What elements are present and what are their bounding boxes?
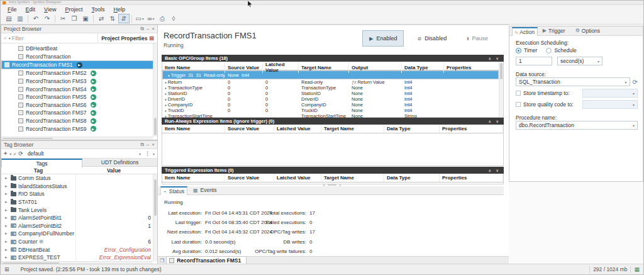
project-tree-item[interactable]: RecordTransaction FMS2▶ — [1, 69, 157, 77]
column-header[interactable]: Item Name — [162, 125, 225, 133]
paste-icon[interactable]: ▣ — [80, 14, 91, 23]
tag-row[interactable]: ▸AlarmSetPointBit10 — [1, 214, 157, 222]
column-header[interactable]: Source Value — [225, 125, 274, 133]
close-icon[interactable]: × — [152, 26, 155, 32]
comm-read-icon[interactable]: ⇅ — [107, 14, 118, 23]
column-header[interactable]: Data Type — [384, 125, 440, 133]
project-tree-scrollbar[interactable] — [153, 43, 157, 137]
store-timestamp-select[interactable]: ▾ — [582, 89, 638, 98]
column-header[interactable]: Item Name — [162, 62, 225, 73]
menu-project[interactable]: Project — [60, 6, 87, 13]
column-header[interactable]: Target Name — [321, 125, 384, 133]
tag-row[interactable]: ▸Counter▦6 — [1, 238, 157, 246]
preview-mode-icon[interactable]: ▭▾ — [134, 14, 145, 23]
column-header[interactable]: Properties — [440, 125, 503, 133]
project-tree-item[interactable]: RecordTransaction FMS9▶ — [1, 125, 157, 133]
column-header[interactable]: Source Value — [225, 62, 263, 73]
timer-unit-select[interactable]: second(s) ▾ — [557, 57, 602, 65]
data-source-select[interactable]: SQL_Transaction ▾ — [516, 77, 630, 86]
menu-file[interactable]: File — [3, 6, 21, 13]
undo-icon[interactable]: ↶ — [30, 14, 42, 23]
copy-icon[interactable]: ❐ — [69, 14, 80, 23]
find-replace-icon[interactable]: ⇄ — [96, 14, 107, 23]
project-tree-hscrollbar[interactable] — [1, 137, 153, 140]
expand-icon[interactable]: ▸ — [5, 215, 9, 220]
triggered-header[interactable]: Triggered Expression Items (0) ∧ ∨ — [162, 167, 504, 174]
expand-icon[interactable]: ▸ — [5, 223, 9, 228]
expand-icon[interactable]: ▸ — [5, 231, 9, 236]
print-icon[interactable]: ⎙ — [157, 14, 168, 23]
column-header[interactable]: Output — [349, 62, 402, 73]
schedule-radio[interactable]: Schedule — [546, 47, 576, 53]
refresh-icon[interactable]: ⟳ — [633, 79, 638, 86]
refresh-icon[interactable]: ⟳ — [18, 150, 23, 157]
procedure-name-select[interactable]: dbo.RecordTransaction ▾ — [516, 121, 638, 130]
expand-icon[interactable]: ▸ — [5, 208, 9, 213]
expand-icon[interactable]: ▸ — [5, 239, 9, 244]
collapse-chevrons-icon[interactable]: ∧ ∨ — [489, 119, 501, 123]
save-icon[interactable]: ▤ — [3, 14, 14, 23]
project-tree-item[interactable]: DBHeartBeat — [1, 45, 157, 53]
column-header[interactable]: Source Value — [225, 174, 274, 182]
save-all-icon[interactable]: ▥ — [14, 14, 26, 23]
column-header[interactable]: Latched Value — [274, 125, 321, 133]
tag-row[interactable]: ▸CompanyIDFullNumber — [1, 230, 157, 238]
menu-edit[interactable]: Edit — [21, 6, 40, 13]
project-tree-item[interactable]: RecordTransaction FMS3▶ — [1, 77, 157, 86]
disabled-button[interactable]: ⊘ Disabled — [410, 30, 453, 47]
project-tree-item[interactable]: RecordTransaction FMS1▶ — [1, 60, 157, 69]
column-header[interactable]: Data Type — [384, 174, 440, 182]
menu-view[interactable]: View — [40, 6, 60, 13]
run-always-header[interactable]: Run-Always Expression Items (ignore trig… — [162, 118, 504, 125]
tab-events[interactable]: ▦Events — [187, 186, 223, 194]
column-header[interactable]: Item Name — [162, 174, 225, 182]
tag-row[interactable]: ▸AlarmSetPointBit21 — [1, 222, 157, 230]
memory-usage[interactable]: 292 / 1024 mb — [593, 266, 627, 272]
tag-menu-caret-icon[interactable]: ▾ — [153, 152, 155, 156]
item-row[interactable]: ⬧CompanyID00CompanyIDNoneInt4 — [162, 102, 499, 108]
tab-tags[interactable]: Tags — [1, 159, 82, 167]
tag-row[interactable]: ▸IslandStationsStatus — [1, 182, 157, 191]
grid-icon[interactable]: ⊞ — [4, 266, 9, 272]
column-header[interactable]: Target Name — [299, 62, 349, 73]
close-icon[interactable]: × — [152, 142, 155, 148]
tag-row[interactable]: ▸EXPRESS_TESTError_ExpressionEval — [1, 254, 157, 262]
links-icon[interactable]: ∞▾ — [145, 14, 157, 23]
menu-tools[interactable]: Tools — [87, 6, 109, 13]
expand-icon[interactable]: ▸ — [5, 247, 9, 252]
tag-row[interactable]: ▸Tank Levels — [1, 206, 157, 214]
project-properties-button[interactable]: Project Properties ▤ — [97, 33, 157, 43]
project-tree-item[interactable]: RecordTransaction — [1, 53, 157, 61]
store-quality-checkbox[interactable] — [516, 102, 521, 107]
add-tag-icon[interactable]: + — [4, 150, 7, 157]
add-tag-caret-icon[interactable]: ▾ — [9, 152, 11, 156]
column-header[interactable]: Latched Value — [274, 174, 321, 182]
timer-value-input[interactable]: 1 — [516, 57, 552, 65]
expand-icon[interactable]: ▸ — [5, 176, 9, 181]
item-row[interactable]: ⬧Return00Read-onlyƒxReturn ValueInt4 — [162, 79, 499, 85]
tab-status[interactable]: ⌁Status — [160, 186, 187, 195]
tag-row[interactable]: ▸RIO Status — [1, 190, 157, 198]
column-header[interactable]: Properties — [440, 174, 503, 182]
store-timestamp-checkbox[interactable] — [516, 91, 521, 96]
tag-provider-select[interactable]: default ▾ — [25, 150, 143, 157]
search-icon[interactable]: ⌕ — [13, 150, 16, 157]
comm-write-icon[interactable]: ⇵ — [118, 14, 130, 23]
tag-menu-icon[interactable]: ⋮ — [145, 150, 150, 157]
column-header[interactable]: Latched Value — [263, 62, 299, 73]
float-icon[interactable]: ⧉ — [140, 142, 144, 148]
project-tree-item[interactable]: RecordTransaction FMS4▶ — [1, 85, 157, 93]
collapse-chevrons-icon[interactable]: ∧ ∨ — [489, 168, 501, 172]
item-row[interactable]: ⬧TransactionType00TransactionTypeNoneInt… — [162, 85, 499, 91]
tab-udt-definitions[interactable]: UDT Definitions — [82, 159, 157, 167]
column-header[interactable]: Target Name — [321, 174, 384, 182]
tab-trigger[interactable]: ▶Trigger — [538, 26, 570, 35]
enabled-button[interactable]: ▶ Enabled — [362, 30, 404, 47]
expand-icon[interactable]: ▸ — [5, 191, 9, 196]
redo-icon[interactable]: ↷ — [42, 14, 53, 23]
tag-row[interactable]: ▸STAT01 — [1, 198, 157, 206]
column-header[interactable]: Properties — [444, 62, 503, 73]
store-quality-select[interactable]: ▾ — [582, 100, 638, 109]
tab-action[interactable]: ϟAction — [512, 27, 538, 36]
tag-row[interactable]: ▸Comm Status — [1, 174, 157, 182]
